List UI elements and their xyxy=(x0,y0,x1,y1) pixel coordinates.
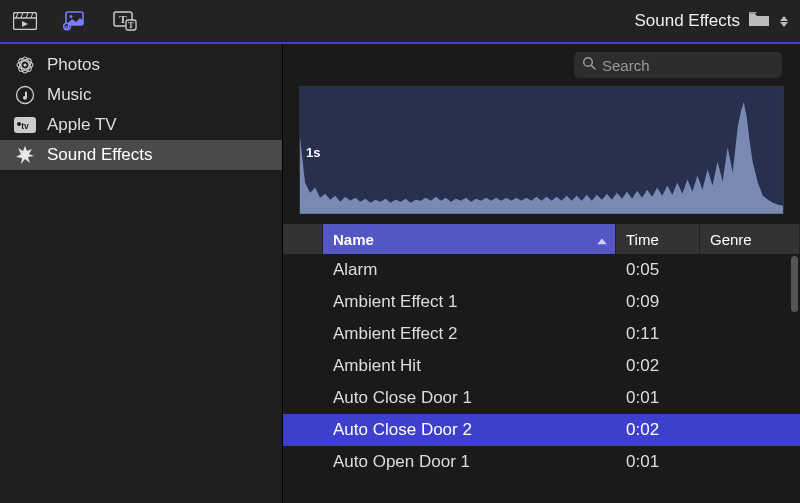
table-body[interactable]: Alarm 0:05 Ambient Effect 1 0:09 Ambient… xyxy=(283,254,800,503)
svg-line-2 xyxy=(16,13,18,19)
top-toolbar: T T Sound Effects xyxy=(0,0,800,44)
results-table: Name Time Genre Alarm xyxy=(283,224,800,503)
svg-point-7 xyxy=(70,15,73,18)
sidebar-item-photos[interactable]: Photos xyxy=(0,50,282,80)
cell-time: 0:05 xyxy=(616,260,700,280)
table-header: Name Time Genre xyxy=(283,224,800,254)
cell-name: Auto Open Door 1 xyxy=(323,452,616,472)
table-row[interactable]: Ambient Hit 0:02 xyxy=(283,350,800,382)
sidebar-item-sound-effects[interactable]: Sound Effects xyxy=(0,140,282,170)
titles-tab-icon[interactable]: T T xyxy=(112,11,138,31)
music-icon xyxy=(14,85,36,105)
cell-time: 0:11 xyxy=(616,324,700,344)
cell-name: Ambient Effect 1 xyxy=(323,292,616,312)
sort-asc-icon xyxy=(597,231,607,248)
search-icon xyxy=(582,56,596,74)
svg-line-5 xyxy=(31,13,33,19)
appletv-icon: tv xyxy=(14,117,36,133)
photos-icon xyxy=(14,55,36,75)
cell-name: Ambient Hit xyxy=(323,356,616,376)
sidebar-item-label: Photos xyxy=(47,55,100,75)
toolbar-left-group: T T xyxy=(12,11,138,31)
sidebar-item-music[interactable]: Music xyxy=(0,80,282,110)
toolbar-right-group: Sound Effects xyxy=(634,11,788,32)
svg-text:T: T xyxy=(128,21,134,30)
waveform-preview[interactable]: 1s xyxy=(299,86,784,214)
library-sidebar: Photos Music tv Apple TV Sound Effects xyxy=(0,44,283,503)
table-row[interactable]: Auto Close Door 1 0:01 xyxy=(283,382,800,414)
cell-name: Alarm xyxy=(323,260,616,280)
main-panel: 1s Name Time xyxy=(283,44,800,503)
folder-icon[interactable] xyxy=(748,11,770,32)
waveform-time-label: 1s xyxy=(306,145,320,160)
column-label: Name xyxy=(333,231,374,248)
clapperboard-icon[interactable] xyxy=(12,11,38,31)
column-header-name[interactable]: Name xyxy=(323,224,616,254)
cell-time: 0:09 xyxy=(616,292,700,312)
cell-name: Auto Close Door 2 xyxy=(323,420,616,440)
search-input[interactable] xyxy=(602,57,774,74)
burst-icon xyxy=(14,145,36,165)
browser-title: Sound Effects xyxy=(634,11,740,31)
folder-popup-chevrons-icon[interactable] xyxy=(780,16,788,27)
column-label: Genre xyxy=(710,231,752,248)
svg-line-3 xyxy=(21,13,23,19)
sidebar-item-label: Music xyxy=(47,85,91,105)
cell-time: 0:02 xyxy=(616,420,700,440)
sidebar-item-appletv[interactable]: tv Apple TV xyxy=(0,110,282,140)
table-row[interactable]: Ambient Effect 1 0:09 xyxy=(283,286,800,318)
scrollbar-thumb[interactable] xyxy=(791,256,798,312)
column-header-genre[interactable]: Genre xyxy=(700,224,800,254)
svg-text:tv: tv xyxy=(21,121,29,131)
cell-time: 0:02 xyxy=(616,356,700,376)
cell-time: 0:01 xyxy=(616,452,700,472)
search-row xyxy=(283,44,800,86)
svg-point-17 xyxy=(23,63,26,66)
svg-line-23 xyxy=(592,66,596,70)
sidebar-item-label: Apple TV xyxy=(47,115,117,135)
cell-name: Ambient Effect 2 xyxy=(323,324,616,344)
svg-line-4 xyxy=(26,13,28,19)
sidebar-item-label: Sound Effects xyxy=(47,145,153,165)
table-row[interactable]: Ambient Effect 2 0:11 xyxy=(283,318,800,350)
search-box[interactable] xyxy=(574,52,782,78)
media-browser-window: T T Sound Effects Photos xyxy=(0,0,800,503)
cell-name: Auto Close Door 1 xyxy=(323,388,616,408)
photos-music-tab-icon[interactable] xyxy=(62,11,88,31)
column-spacer xyxy=(283,224,323,254)
table-row[interactable]: Alarm 0:05 xyxy=(283,254,800,286)
svg-point-21 xyxy=(17,122,21,126)
table-row[interactable]: Auto Open Door 1 0:01 xyxy=(283,446,800,478)
column-label: Time xyxy=(626,231,659,248)
cell-time: 0:01 xyxy=(616,388,700,408)
waveform-graphic xyxy=(300,87,783,214)
table-row[interactable]: Auto Close Door 2 0:02 xyxy=(283,414,800,446)
body-split: Photos Music tv Apple TV Sound Effects xyxy=(0,44,800,503)
column-header-time[interactable]: Time xyxy=(616,224,700,254)
